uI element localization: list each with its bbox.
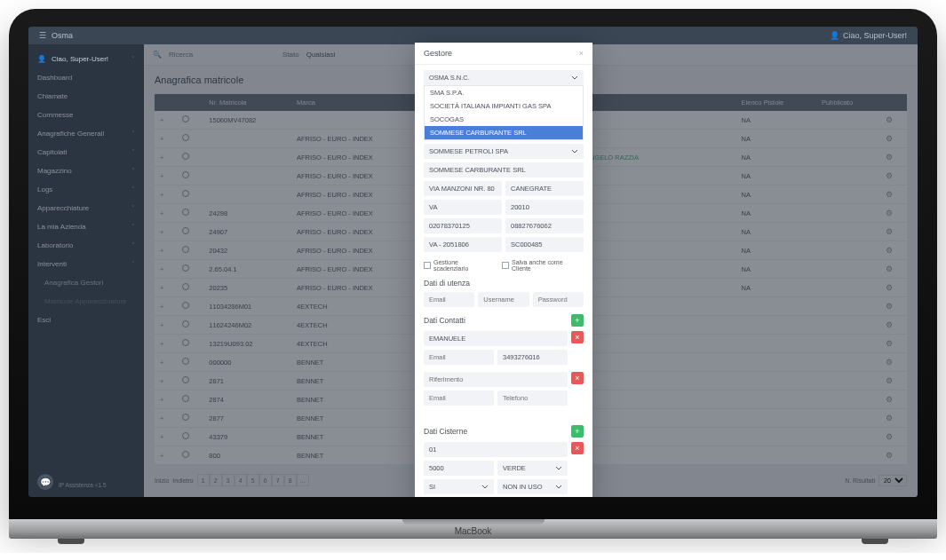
company-dropdown-list[interactable]: SMA S.P.A.SOCIETÀ ITALIANA IMPIANTI GAS …: [424, 85, 584, 140]
delete-cisterna-button[interactable]: ×: [571, 442, 584, 454]
sidebar-item[interactable]: La mia Azienda˅: [28, 217, 144, 236]
contact1-name[interactable]: [424, 331, 568, 346]
cisterna-uso[interactable]: NON IN USO: [497, 479, 568, 494]
sidebar-item[interactable]: Dashboard: [28, 68, 144, 87]
contact2-phone[interactable]: [497, 390, 568, 406]
add-contact-button[interactable]: +: [571, 314, 584, 327]
address-field[interactable]: [424, 181, 502, 196]
chevron-down-icon: ˅: [131, 261, 135, 268]
city-field[interactable]: [505, 181, 584, 196]
piva2-field[interactable]: [424, 237, 502, 252]
sidebar-item[interactable]: Chiamate: [28, 87, 144, 106]
chevron-down-icon: ˅: [131, 186, 135, 193]
cisterna-prod[interactable]: VERDE: [497, 461, 568, 476]
sidebar-item[interactable]: Anagrafiche Generali˅: [28, 124, 144, 143]
add-cisterna-button[interactable]: +: [571, 425, 584, 438]
close-icon[interactable]: ×: [579, 49, 584, 58]
chevron-down-icon: ˅: [131, 149, 135, 156]
tel-field[interactable]: [505, 218, 584, 233]
delete-contact1-button[interactable]: ×: [571, 331, 584, 343]
primary-company-select[interactable]: OSMA S.N.C.: [424, 70, 584, 85]
section-contatti: Dati Contatti: [424, 316, 465, 325]
user-avatar-icon: 👤: [37, 55, 46, 63]
cisterna-cap[interactable]: [424, 461, 494, 476]
contact1-email[interactable]: [424, 350, 494, 365]
utenza-username[interactable]: [478, 292, 529, 307]
cap-field[interactable]: [505, 200, 584, 215]
sidebar-item[interactable]: Commesse: [28, 106, 144, 124]
header-user-greeting[interactable]: Ciao, Super-User!: [843, 31, 907, 40]
dropdown-option[interactable]: SOCOGAS: [425, 113, 583, 126]
sidebar-item[interactable]: Laboratorio˅: [28, 236, 144, 255]
dropdown-option[interactable]: SMA S.P.A.: [425, 86, 583, 99]
chevron-down-icon: ˅: [131, 56, 135, 63]
contact1-phone[interactable]: [497, 350, 568, 365]
sidebar-exit[interactable]: Esci: [28, 311, 144, 329]
section-cisterne: Dati Cisterne: [424, 427, 467, 436]
main-content: 🔍 Stato Qualsiasi Anagrafica matricole N…: [144, 44, 918, 497]
chevron-down-icon: ˅: [131, 130, 135, 138]
secondary-company-select[interactable]: SOMMESE PETROLI SPA: [424, 144, 584, 159]
chevron-down-icon: ˅: [131, 205, 135, 212]
chevron-down-icon: ˅: [131, 242, 135, 249]
cisterna-stato[interactable]: SI: [424, 479, 494, 494]
laptop-brand: MacBook: [455, 526, 492, 536]
sidebar-item[interactable]: Interventi˅: [28, 255, 144, 273]
utenza-password[interactable]: [533, 292, 584, 307]
dropdown-option[interactable]: SOCIETÀ ITALIANA IMPIANTI GAS SPA: [425, 99, 583, 113]
laptop-base: MacBook: [9, 519, 937, 539]
chevron-down-icon: ˅: [131, 168, 135, 175]
piva-field[interactable]: [424, 218, 502, 233]
bottom-status: IP Assistenza <1.5: [59, 482, 107, 488]
sidebar-item[interactable]: Apparecchiature˅: [28, 199, 144, 217]
modal-title: Gestore: [424, 49, 452, 58]
user-icon: 👤: [830, 31, 839, 40]
ragione-sociale-field[interactable]: [424, 162, 584, 177]
chat-bubble-icon[interactable]: 💬: [37, 474, 53, 490]
code-field[interactable]: [505, 237, 584, 252]
sidebar-user-name: Ciao, Super-User!: [52, 55, 108, 63]
hamburger-icon[interactable]: ☰: [39, 31, 46, 40]
checkbox-icon: [502, 262, 509, 269]
sidebar-item[interactable]: Capitolati˅: [28, 143, 144, 162]
delete-contact2-button[interactable]: ×: [571, 372, 584, 384]
contact2-ref[interactable]: [424, 372, 568, 387]
section-utenza: Dati di utenza: [424, 279, 584, 288]
sidebar-subitem[interactable]: Anagrafica Gestori: [28, 273, 144, 292]
prov-field[interactable]: [424, 200, 502, 215]
sidebar: 👤 Ciao, Super-User! ˅ DashboardChiamateC…: [28, 44, 144, 497]
checkbox-icon: [424, 262, 431, 269]
chk-scadenziario[interactable]: Gestione scadenziario: [424, 259, 495, 272]
app-name: Osma: [52, 31, 73, 40]
cisterna-code[interactable]: [424, 442, 568, 457]
dropdown-option[interactable]: SOMMESE CARBURANTE SRL: [425, 126, 583, 139]
sidebar-item[interactable]: Logs˅: [28, 180, 144, 199]
sidebar-user[interactable]: 👤 Ciao, Super-User! ˅: [28, 50, 144, 68]
sidebar-subitem[interactable]: Matricole Apparecchiature: [28, 292, 144, 311]
chevron-down-icon: ˅: [131, 224, 135, 231]
utenza-email[interactable]: [424, 292, 474, 307]
modal-gestore: Gestore × OSMA S.N.C. SMA S.P.A.SOCIETÀ …: [415, 43, 592, 497]
contact2-email[interactable]: [424, 390, 494, 406]
sidebar-exit-label: Esci: [37, 316, 51, 324]
app-topbar: ☰ Osma 👤 Ciao, Super-User!: [28, 27, 918, 44]
sidebar-item[interactable]: Magazzino˅: [28, 162, 144, 180]
chk-salva-cliente[interactable]: Salva anche come Cliente: [502, 259, 584, 272]
